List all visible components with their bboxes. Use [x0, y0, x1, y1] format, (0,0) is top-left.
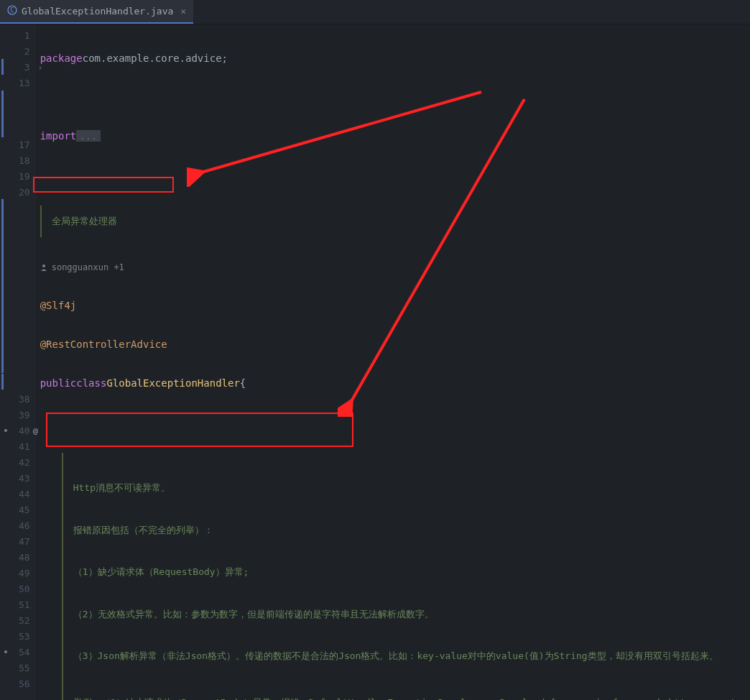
javadoc-block: Http消息不可读异常。 报错原因包括（不完全的列举）： （1）缺少请求体（Re…	[62, 453, 507, 700]
line-gutter: 123›1317181920383940@4142434445464748495…	[0, 24, 36, 700]
java-file-icon: C	[7, 5, 17, 17]
svg-text:C: C	[11, 7, 14, 14]
doc-comment: 全局异常处理器	[52, 215, 117, 228]
annotation-restcontrolleradvice: @RestControllerAdvice	[40, 339, 167, 350]
svg-point-2	[42, 264, 45, 267]
close-icon[interactable]: ×	[180, 6, 186, 17]
annotation-slf4j: @Slf4j	[40, 300, 77, 311]
author-hint: songguanxun +1	[36, 260, 750, 275]
code-editor[interactable]: 123›1317181920383940@4142434445464748495…	[0, 24, 750, 700]
tab-bar: C GlobalExceptionHandler.java ×	[0, 0, 750, 24]
person-icon	[40, 263, 49, 272]
tab-filename: GlobalExceptionHandler.java	[22, 6, 173, 17]
code-area[interactable]: package com.example.core.advice; import …	[36, 24, 750, 700]
file-tab[interactable]: C GlobalExceptionHandler.java ×	[0, 0, 193, 24]
